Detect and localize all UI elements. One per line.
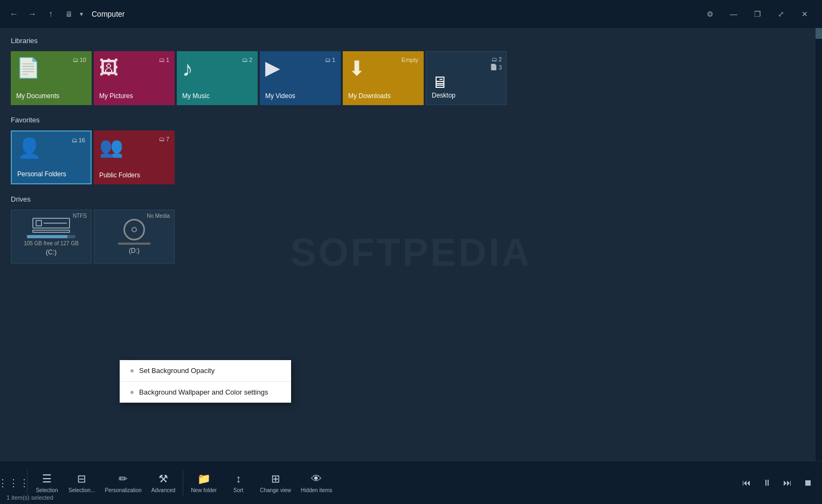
back-button[interactable]: ←	[6, 6, 22, 22]
folder-icon-desktop: 🗂	[492, 56, 498, 63]
close-button[interactable]: ✕	[794, 5, 816, 23]
forward-button[interactable]: →	[25, 6, 40, 22]
drive-d-letter: (D:)	[129, 247, 140, 254]
toolbar-sep-1	[27, 470, 27, 496]
selection2-label: Selection...	[68, 487, 95, 493]
drive-d[interactable]: No Media (D:)	[94, 210, 175, 264]
drive-c-icon	[16, 218, 87, 238]
folder-icon-doc: 🗂	[73, 57, 79, 63]
sort-label: Sort	[233, 487, 243, 493]
toolbar: ⋮⋮⋮ ☰ Selection ⊟ Selection... ✏ Persona…	[0, 461, 822, 504]
tile-count-videos: 🗂 1	[325, 57, 335, 63]
tile-label-personal: Personal Folders	[17, 170, 85, 178]
toolbar-new-folder[interactable]: 📁 New folder	[186, 464, 221, 502]
favorites-section-label: Favorites	[11, 116, 811, 124]
drives-tiles: NTFS 105 GB free of 127 GB (C:) No Media	[11, 210, 811, 264]
tile-count-public: 🗂 7	[159, 136, 169, 142]
personalization-label: Personalization	[105, 487, 141, 493]
toolbar-advanced[interactable]: ⚒ Advanced	[147, 464, 179, 502]
drive-c[interactable]: NTFS 105 GB free of 127 GB (C:)	[11, 210, 92, 264]
tile-count-personal: 🗂 16	[72, 137, 85, 143]
tile-public-folders[interactable]: 🗂 7 👥 Public Folders	[94, 130, 175, 184]
selection-icon: ☰	[42, 472, 52, 485]
window-controls: ⚙ — ❐ ⤢ ✕	[699, 5, 816, 23]
advanced-label: Advanced	[151, 487, 175, 493]
drives-section-label: Drives	[11, 195, 811, 203]
file-icon-desktop: 📄	[490, 64, 498, 71]
libraries-tiles: 🗂 10 📄 My Documents 🗂 1 🖼 My Pictures 🗂 …	[11, 51, 811, 105]
drive-c-fs-label: NTFS	[73, 213, 87, 219]
tile-personal-folders[interactable]: 🗂 16 👤 Personal Folders	[11, 130, 92, 184]
tile-my-documents[interactable]: 🗂 10 📄 My Documents	[11, 51, 92, 105]
resize-button[interactable]: ⤢	[770, 5, 792, 23]
dots-icon: ⋮⋮⋮	[0, 477, 30, 489]
tile-empty-label: Empty	[402, 57, 418, 63]
change-view-icon: ⊞	[271, 472, 280, 485]
drive-d-label: No Media	[147, 213, 170, 219]
media-pause-button[interactable]: ⏸	[757, 473, 777, 493]
scrollbar-right[interactable]	[816, 28, 822, 461]
new-folder-icon: 📁	[197, 472, 211, 485]
hidden-items-icon: 👁	[311, 473, 322, 485]
tile-count-pictures: 🗂 1	[159, 57, 169, 63]
new-folder-label: New folder	[191, 487, 217, 493]
tile-my-videos[interactable]: 🗂 1 ▶ My Videos	[260, 51, 341, 105]
drive-c-space: 105 GB free of 127 GB	[24, 240, 79, 246]
nav-buttons: ← → ↑ 🖥 ▾	[6, 6, 83, 22]
folder-icon-music: 🗂	[242, 57, 248, 63]
status-bar-text: 1 item(s) selected	[6, 494, 53, 501]
tile-my-music[interactable]: 🗂 2 ♪ My Music	[177, 51, 258, 105]
toolbar-hidden-items[interactable]: 👁 Hidden items	[296, 464, 336, 502]
nav-dropdown-arrow[interactable]: ▾	[80, 10, 83, 18]
restore-button[interactable]: ❐	[747, 5, 768, 23]
desktop-icon: 🖥	[432, 73, 501, 92]
media-next-button[interactable]: ⏭	[778, 473, 797, 493]
toolbar-sort[interactable]: ↕ Sort	[222, 464, 254, 502]
tile-label-downloads: My Downloads	[348, 92, 418, 100]
tile-label-public: Public Folders	[99, 171, 169, 179]
change-view-label: Change view	[260, 487, 291, 493]
media-stop-button[interactable]: ⏹	[798, 473, 818, 493]
context-menu-item-opacity[interactable]: Set Background Opacity	[120, 360, 291, 382]
media-controls: ⏮ ⏸ ⏭ ⏹	[737, 473, 818, 493]
titlebar: ← → ↑ 🖥 ▾ Computer ⚙ — ❐ ⤢ ✕	[0, 0, 822, 28]
libraries-section-label: Libraries	[11, 37, 811, 45]
sort-icon: ↕	[236, 473, 241, 485]
tile-label-videos: My Videos	[265, 92, 335, 100]
tile-label-music: My Music	[182, 92, 252, 100]
minimize-button[interactable]: —	[723, 5, 744, 23]
drive-d-icon	[118, 219, 150, 245]
toolbar-sep-2	[183, 470, 183, 496]
selection-label: Selection	[36, 487, 58, 493]
tile-desktop[interactable]: 🗂 2 📄 3 🖥 Desktop	[426, 51, 507, 105]
menu-bullet-opacity	[130, 369, 134, 372]
toolbar-selection2[interactable]: ⊟ Selection...	[64, 464, 99, 502]
drive-c-letter: (C:)	[46, 248, 57, 256]
tile-count-documents: 🗂 10	[73, 57, 86, 63]
tile-label-desktop: Desktop	[432, 92, 501, 99]
selection2-icon: ⊟	[77, 472, 86, 485]
personalization-icon: ✏	[119, 472, 128, 485]
folder-icon-public: 🗂	[159, 136, 165, 142]
up-button[interactable]: ↑	[43, 6, 58, 22]
advanced-icon: ⚒	[158, 472, 168, 485]
toolbar-personalization[interactable]: ✏ Personalization	[100, 464, 146, 502]
media-prev-button[interactable]: ⏮	[737, 473, 756, 493]
monitor-icon: 🖥	[61, 6, 77, 22]
settings-button[interactable]: ⚙	[699, 5, 721, 23]
folder-icon-vid: 🗂	[325, 57, 331, 63]
window-title: Computer	[92, 10, 125, 18]
tile-my-downloads[interactable]: Empty ⬇ My Downloads	[343, 51, 424, 105]
folder-icon-pic: 🗂	[159, 57, 165, 63]
tile-label-documents: My Documents	[16, 92, 86, 100]
menu-bullet-background	[130, 391, 134, 394]
toolbar-change-view[interactable]: ⊞ Change view	[255, 464, 295, 502]
desktop-counts: 🗂 2 📄 3	[490, 56, 502, 71]
drive-c-progress	[27, 235, 75, 238]
tile-my-pictures[interactable]: 🗂 1 🖼 My Pictures	[94, 51, 175, 105]
folder-icon-personal: 🗂	[72, 137, 78, 143]
context-menu-item-background[interactable]: Background Wallpaper and Color settings	[120, 382, 291, 403]
tile-count-music: 🗂 2	[242, 57, 252, 63]
scrollbar-thumb[interactable]	[816, 28, 822, 39]
hidden-items-label: Hidden items	[301, 487, 332, 493]
